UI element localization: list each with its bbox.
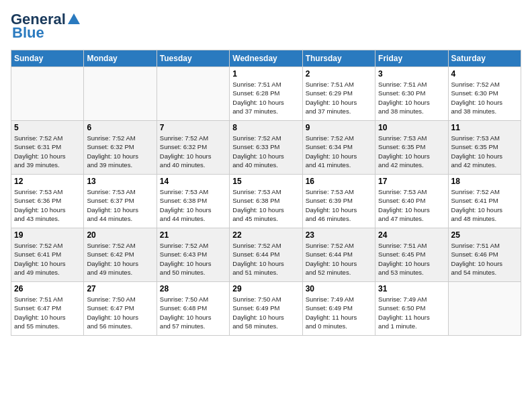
day-number: 28 [160, 284, 226, 293]
day-info: Sunrise: 7:53 AM Sunset: 6:37 PM Dayligh… [87, 187, 153, 223]
calendar-cell: 25Sunrise: 7:51 AM Sunset: 6:46 PM Dayli… [448, 228, 521, 282]
calendar-cell: 27Sunrise: 7:50 AM Sunset: 6:47 PM Dayli… [84, 282, 157, 336]
day-number: 19 [14, 230, 81, 240]
calendar-cell: 6Sunrise: 7:52 AM Sunset: 6:32 PM Daylig… [84, 121, 157, 175]
day-number: 12 [14, 177, 81, 186]
day-number: 11 [451, 123, 518, 132]
day-info: Sunrise: 7:50 AM Sunset: 6:48 PM Dayligh… [160, 295, 226, 330]
calendar-cell [84, 67, 157, 121]
day-number: 8 [232, 123, 299, 132]
day-info: Sunrise: 7:53 AM Sunset: 6:39 PM Dayligh… [306, 187, 372, 223]
day-number: 16 [306, 177, 372, 186]
day-info: Sunrise: 7:52 AM Sunset: 6:42 PM Dayligh… [87, 241, 153, 277]
day-number: 26 [14, 284, 81, 293]
calendar-cell: 31Sunrise: 7:49 AM Sunset: 6:50 PM Dayli… [375, 282, 448, 336]
day-number: 23 [306, 230, 372, 240]
day-number: 2 [306, 69, 372, 79]
calendar-week-row: 26Sunrise: 7:51 AM Sunset: 6:47 PM Dayli… [11, 282, 521, 336]
calendar-cell: 20Sunrise: 7:52 AM Sunset: 6:42 PM Dayli… [84, 228, 157, 282]
calendar-cell [448, 282, 521, 336]
logo-blue: Blue [11, 24, 44, 42]
day-info: Sunrise: 7:51 AM Sunset: 6:28 PM Dayligh… [232, 80, 299, 116]
day-info: Sunrise: 7:52 AM Sunset: 6:41 PM Dayligh… [451, 187, 518, 223]
day-number: 9 [306, 123, 372, 132]
day-number: 22 [232, 230, 299, 240]
day-info: Sunrise: 7:51 AM Sunset: 6:29 PM Dayligh… [306, 80, 372, 116]
day-number: 10 [378, 123, 445, 132]
calendar-cell: 22Sunrise: 7:52 AM Sunset: 6:44 PM Dayli… [230, 228, 302, 282]
day-number: 31 [378, 284, 445, 293]
calendar-week-row: 5Sunrise: 7:52 AM Sunset: 6:31 PM Daylig… [11, 121, 521, 175]
day-number: 14 [160, 177, 226, 186]
calendar-week-row: 19Sunrise: 7:52 AM Sunset: 6:41 PM Dayli… [11, 228, 521, 282]
day-info: Sunrise: 7:52 AM Sunset: 6:44 PM Dayligh… [232, 241, 299, 277]
calendar-cell [11, 67, 84, 121]
day-info: Sunrise: 7:51 AM Sunset: 6:47 PM Dayligh… [14, 295, 81, 330]
day-info: Sunrise: 7:53 AM Sunset: 6:40 PM Dayligh… [378, 187, 445, 223]
day-number: 29 [232, 284, 299, 293]
day-header-wednesday: Wednesday [230, 50, 302, 67]
day-number: 1 [232, 69, 299, 79]
page-header: General Blue [11, 11, 521, 42]
calendar-cell: 26Sunrise: 7:51 AM Sunset: 6:47 PM Dayli… [11, 282, 84, 336]
logo: General Blue [11, 11, 82, 42]
calendar-cell: 9Sunrise: 7:52 AM Sunset: 6:34 PM Daylig… [302, 121, 375, 175]
calendar-cell: 28Sunrise: 7:50 AM Sunset: 6:48 PM Dayli… [157, 282, 229, 336]
calendar-cell: 19Sunrise: 7:52 AM Sunset: 6:41 PM Dayli… [11, 228, 84, 282]
day-info: Sunrise: 7:49 AM Sunset: 6:49 PM Dayligh… [306, 295, 372, 330]
calendar-cell: 17Sunrise: 7:53 AM Sunset: 6:40 PM Dayli… [375, 175, 448, 228]
day-info: Sunrise: 7:52 AM Sunset: 6:32 PM Dayligh… [87, 134, 153, 169]
day-info: Sunrise: 7:52 AM Sunset: 6:34 PM Dayligh… [306, 134, 372, 169]
day-info: Sunrise: 7:52 AM Sunset: 6:41 PM Dayligh… [14, 241, 81, 277]
day-info: Sunrise: 7:53 AM Sunset: 6:38 PM Dayligh… [232, 187, 299, 223]
day-info: Sunrise: 7:52 AM Sunset: 6:33 PM Dayligh… [232, 134, 299, 169]
calendar-cell: 2Sunrise: 7:51 AM Sunset: 6:29 PM Daylig… [302, 67, 375, 121]
day-info: Sunrise: 7:51 AM Sunset: 6:30 PM Dayligh… [378, 80, 445, 116]
day-number: 5 [14, 123, 81, 132]
svg-marker-0 [68, 13, 80, 24]
calendar-cell: 24Sunrise: 7:51 AM Sunset: 6:45 PM Dayli… [375, 228, 448, 282]
day-info: Sunrise: 7:52 AM Sunset: 6:32 PM Dayligh… [160, 134, 226, 169]
day-info: Sunrise: 7:52 AM Sunset: 6:31 PM Dayligh… [14, 134, 81, 169]
day-number: 20 [87, 230, 153, 240]
day-info: Sunrise: 7:49 AM Sunset: 6:50 PM Dayligh… [378, 295, 445, 330]
day-number: 6 [87, 123, 153, 132]
calendar-cell: 7Sunrise: 7:52 AM Sunset: 6:32 PM Daylig… [157, 121, 229, 175]
day-number: 30 [306, 284, 372, 293]
day-number: 13 [87, 177, 153, 186]
day-info: Sunrise: 7:52 AM Sunset: 6:44 PM Dayligh… [306, 241, 372, 277]
day-number: 15 [232, 177, 299, 186]
calendar-week-row: 12Sunrise: 7:53 AM Sunset: 6:36 PM Dayli… [11, 175, 521, 228]
day-number: 24 [378, 230, 445, 240]
calendar-cell: 15Sunrise: 7:53 AM Sunset: 6:38 PM Dayli… [230, 175, 302, 228]
calendar-cell: 13Sunrise: 7:53 AM Sunset: 6:37 PM Dayli… [84, 175, 157, 228]
day-header-friday: Friday [375, 50, 448, 67]
day-header-saturday: Saturday [448, 50, 521, 67]
calendar-cell: 23Sunrise: 7:52 AM Sunset: 6:44 PM Dayli… [302, 228, 375, 282]
day-info: Sunrise: 7:51 AM Sunset: 6:46 PM Dayligh… [451, 241, 518, 277]
day-info: Sunrise: 7:53 AM Sunset: 6:35 PM Dayligh… [451, 134, 518, 169]
day-header-monday: Monday [84, 50, 157, 67]
calendar-cell: 29Sunrise: 7:50 AM Sunset: 6:49 PM Dayli… [230, 282, 302, 336]
calendar-cell: 4Sunrise: 7:52 AM Sunset: 6:30 PM Daylig… [448, 67, 521, 121]
day-header-thursday: Thursday [302, 50, 375, 67]
day-number: 27 [87, 284, 153, 293]
day-number: 17 [378, 177, 445, 186]
calendar-week-row: 1Sunrise: 7:51 AM Sunset: 6:28 PM Daylig… [11, 67, 521, 121]
day-info: Sunrise: 7:50 AM Sunset: 6:49 PM Dayligh… [232, 295, 299, 330]
day-number: 7 [160, 123, 226, 132]
day-header-sunday: Sunday [11, 50, 84, 67]
calendar-cell: 14Sunrise: 7:53 AM Sunset: 6:38 PM Dayli… [157, 175, 229, 228]
calendar-cell: 21Sunrise: 7:52 AM Sunset: 6:43 PM Dayli… [157, 228, 229, 282]
calendar-cell: 12Sunrise: 7:53 AM Sunset: 6:36 PM Dayli… [11, 175, 84, 228]
day-info: Sunrise: 7:53 AM Sunset: 6:36 PM Dayligh… [14, 187, 81, 223]
calendar-header-row: SundayMondayTuesdayWednesdayThursdayFrid… [11, 50, 521, 67]
day-info: Sunrise: 7:50 AM Sunset: 6:47 PM Dayligh… [87, 295, 153, 330]
day-info: Sunrise: 7:53 AM Sunset: 6:35 PM Dayligh… [378, 134, 445, 169]
day-info: Sunrise: 7:53 AM Sunset: 6:38 PM Dayligh… [160, 187, 226, 223]
day-number: 18 [451, 177, 518, 186]
day-header-tuesday: Tuesday [157, 50, 229, 67]
calendar-cell: 1Sunrise: 7:51 AM Sunset: 6:28 PM Daylig… [230, 67, 302, 121]
calendar-cell: 3Sunrise: 7:51 AM Sunset: 6:30 PM Daylig… [375, 67, 448, 121]
day-info: Sunrise: 7:52 AM Sunset: 6:30 PM Dayligh… [451, 80, 518, 116]
